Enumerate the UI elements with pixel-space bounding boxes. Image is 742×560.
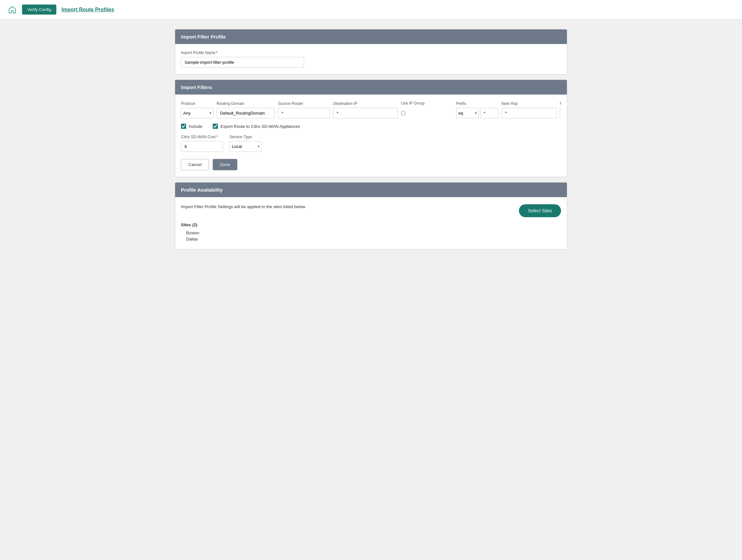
prefix-label: Prefix — [456, 101, 498, 106]
prefix-operator-wrapper: eq ne lt gt le ge ▾ — [456, 108, 479, 118]
protocol-select[interactable]: Any BGP OSPF Static — [181, 108, 213, 118]
prefix-input[interactable] — [480, 108, 498, 118]
prefix-col: Prefix eq ne lt gt le ge ▾ — [456, 101, 498, 118]
cancel-button[interactable]: Cancel — [181, 159, 209, 170]
destination-ip-input[interactable] — [333, 108, 398, 118]
include-checkbox-item[interactable]: Include — [181, 124, 202, 129]
prefix-operator-select[interactable]: eq ne lt gt le ge — [456, 108, 479, 118]
availability-top: Import Filter Profile Settings will be a… — [181, 204, 561, 217]
availability-description: Import Filter Profile Settings will be a… — [181, 204, 305, 209]
export-route-checkbox-item[interactable]: Export Route to Citrix SD-WAN Appliances — [213, 124, 300, 129]
next-hop-label: Next Hop — [501, 101, 556, 106]
include-checkbox[interactable] — [181, 124, 186, 129]
use-ip-group-checkbox-wrapper — [401, 107, 453, 118]
sites-count-label: Sites (2) — [181, 222, 561, 227]
service-type-select-wrapper: Local Virtual Path Internet LAN ▾ — [229, 141, 262, 152]
export-route-label: Export Route to Citrix SD-WAN Appliances — [220, 124, 300, 129]
sites-list: Boston Dallas — [181, 230, 561, 242]
required-asterisk: * — [216, 51, 218, 55]
use-ip-group-checkbox[interactable] — [401, 111, 405, 115]
action-buttons: Cancel Done — [181, 159, 561, 170]
verify-config-button[interactable]: Verify Config — [22, 5, 56, 14]
source-router-label: Source Router — [278, 101, 330, 106]
protocol-col: Protocol Any BGP OSPF Static ▾ — [181, 101, 213, 118]
routing-domain-col: Routing Domain — [217, 101, 275, 118]
profile-availability-header: Profile Availability — [175, 182, 567, 197]
destination-ip-col: Destination IP — [333, 101, 398, 118]
service-type-select[interactable]: Local Virtual Path Internet LAN — [229, 141, 262, 152]
next-hop-col: Next Hop — [501, 101, 556, 118]
use-ip-group-label: Use IP Group — [401, 101, 453, 106]
destination-ip-label: Destination IP — [333, 101, 398, 106]
protocol-label: Protocol — [181, 101, 213, 106]
checkbox-row: Include Export Route to Citrix SD-WAN Ap… — [181, 124, 561, 129]
service-type-label: Service Type — [229, 135, 262, 139]
source-router-col: Source Router — [278, 101, 330, 118]
citrix-cost-input[interactable] — [181, 141, 223, 152]
page-title[interactable]: Import Route Profiles — [61, 7, 114, 13]
main-content: Import Filter Profile Import Profile Nam… — [167, 19, 575, 265]
done-button[interactable]: Done — [213, 159, 237, 170]
import-filter-profile-body: Import Profile Name* — [175, 44, 567, 74]
use-ip-group-col: Use IP Group — [401, 101, 453, 118]
filters-grid: Protocol Any BGP OSPF Static ▾ Routing D… — [181, 101, 561, 118]
citrix-cost-field: Citrix SD-WAN Cost* — [181, 135, 223, 152]
route-tag-label: Route Tag — [560, 101, 561, 106]
page-header: Verify Config Import Route Profiles — [0, 0, 742, 19]
citrix-cost-required-asterisk: * — [216, 135, 218, 139]
site-item-dallas: Dallas — [181, 236, 561, 242]
profile-name-input[interactable] — [181, 57, 304, 68]
next-hop-input[interactable] — [501, 108, 556, 118]
import-filters-body: Protocol Any BGP OSPF Static ▾ Routing D… — [175, 95, 567, 177]
import-filters-card: Import Filters Protocol Any BGP OSPF Sta… — [175, 79, 567, 177]
site-item-boston: Boston — [181, 230, 561, 236]
citrix-cost-label: Citrix SD-WAN Cost* — [181, 135, 223, 139]
import-filter-profile-header: Import Filter Profile — [175, 30, 567, 44]
profile-availability-body: Import Filter Profile Settings will be a… — [175, 197, 567, 249]
export-route-checkbox[interactable] — [213, 124, 218, 129]
select-sites-button[interactable]: Select Sites — [519, 204, 561, 217]
route-tag-input[interactable] — [560, 108, 561, 118]
profile-name-label: Import Profile Name* — [181, 51, 561, 55]
profile-availability-card: Profile Availability Import Filter Profi… — [175, 182, 567, 249]
home-icon[interactable] — [8, 5, 17, 14]
import-filters-header: Import Filters — [175, 80, 567, 95]
profile-name-field-wrapper — [181, 57, 304, 68]
include-label: Include — [189, 124, 202, 129]
service-type-field: Service Type Local Virtual Path Internet… — [229, 135, 262, 152]
routing-domain-label: Routing Domain — [217, 101, 275, 106]
source-router-input[interactable] — [278, 108, 330, 118]
import-filter-profile-card: Import Filter Profile Import Profile Nam… — [175, 29, 567, 74]
routing-domain-input[interactable] — [217, 108, 275, 118]
cost-service-row: Citrix SD-WAN Cost* Service Type Local V… — [181, 135, 561, 152]
protocol-select-wrapper: Any BGP OSPF Static ▾ — [181, 108, 213, 118]
route-tag-col: Route Tag — [560, 101, 561, 118]
